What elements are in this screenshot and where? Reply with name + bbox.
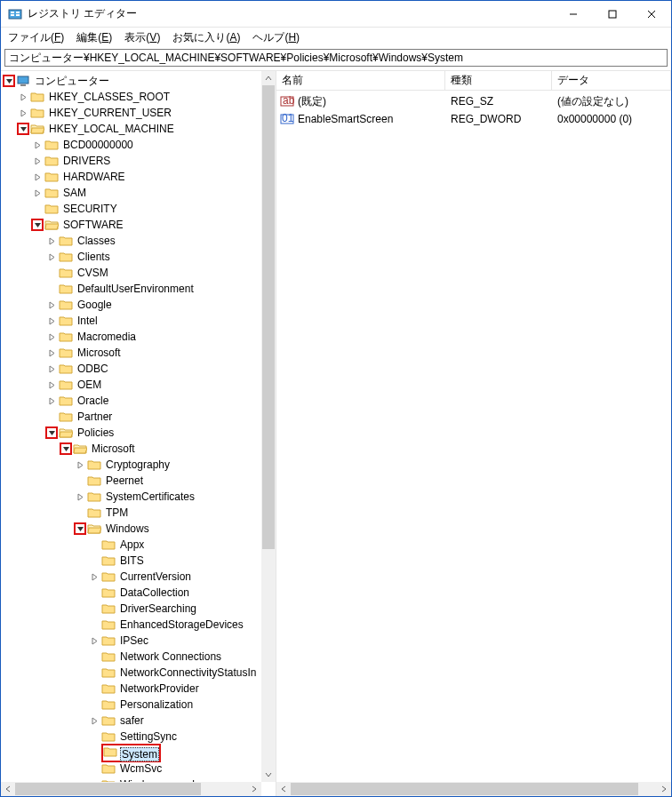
value-row[interactable]: 011EnableSmartScreenREG_DWORD0x00000000 … [276, 110, 671, 128]
minimize-button[interactable] [554, 1, 593, 28]
tree-node[interactable]: NetworkProvider [3, 681, 261, 697]
menu-edit[interactable]: 編集(E) [76, 30, 112, 45]
tree-node[interactable]: Google [3, 297, 261, 313]
scroll-left-icon[interactable] [1, 782, 15, 796]
tree-node[interactable]: HKEY_CLASSES_ROOT [3, 89, 261, 105]
chevron-down-icon[interactable] [17, 123, 29, 135]
tree-node[interactable]: HARDWARE [3, 169, 261, 185]
chevron-down-icon[interactable] [45, 426, 58, 439]
chevron-right-icon[interactable] [31, 139, 44, 151]
scroll-down-icon[interactable] [261, 768, 276, 782]
chevron-right-icon[interactable] [31, 171, 44, 183]
tree-vertical-scrollbar[interactable] [261, 71, 276, 782]
value-row[interactable]: ab(既定)REG_SZ(値の設定なし) [276, 92, 671, 110]
tree-node[interactable]: WcmSvc [3, 761, 261, 777]
address-bar[interactable]: コンピューター¥HKEY_LOCAL_MACHINE¥SOFTWARE¥Poli… [4, 49, 668, 67]
tree-node[interactable]: DataCollection [3, 585, 261, 601]
tree-node-label: SOFTWARE [61, 219, 125, 231]
tree-node[interactable]: SettingSync [3, 729, 261, 745]
menu-view[interactable]: 表示(V) [124, 30, 160, 45]
chevron-down-icon[interactable] [74, 522, 86, 535]
tree-node[interactable]: Cryptography [3, 457, 261, 473]
column-type[interactable]: 種類 [445, 71, 552, 90]
tree-node[interactable]: SystemCertificates [3, 489, 261, 505]
folder-icon [30, 123, 44, 135]
chevron-down-icon[interactable] [3, 75, 15, 87]
tree-node[interactable]: Windows [3, 521, 261, 537]
chevron-down-icon[interactable] [31, 219, 44, 231]
registry-tree[interactable]: コンピューターHKEY_CLASSES_ROOTHKEY_CURRENT_USE… [1, 71, 261, 782]
chevron-right-icon[interactable] [45, 395, 58, 407]
tree-horizontal-scrollbar[interactable] [1, 782, 261, 796]
tree-node[interactable]: DRIVERS [3, 153, 261, 169]
tree-node[interactable]: DefaultUserEnvironment [3, 281, 261, 297]
folder-icon [44, 155, 59, 167]
scroll-left-icon[interactable] [276, 782, 291, 796]
column-name[interactable]: 名前 [276, 71, 445, 90]
value-list-header[interactable]: 名前 種類 データ [276, 71, 671, 91]
chevron-right-icon[interactable] [45, 251, 58, 263]
tree-node[interactable]: ODBC [3, 361, 261, 377]
tree-node[interactable]: DriverSearching [3, 601, 261, 617]
tree-node[interactable]: Classes [3, 233, 261, 249]
tree-node[interactable]: Intel [3, 313, 261, 329]
tree-node[interactable]: SECURITY [3, 201, 261, 217]
menu-help[interactable]: ヘルプ(H) [252, 30, 300, 45]
tree-node[interactable]: Partner [3, 409, 261, 425]
tree-node[interactable]: Appx [3, 537, 261, 553]
value-horizontal-scrollbar[interactable] [276, 782, 671, 796]
value-list[interactable]: ab(既定)REG_SZ(値の設定なし)011EnableSmartScreen… [276, 91, 671, 128]
chevron-right-icon[interactable] [88, 570, 100, 583]
tree-node[interactable]: Network Connections [3, 649, 261, 665]
tree-node[interactable]: safer [3, 713, 261, 729]
tree-node-label: NetworkConnectivityStatusIn [118, 666, 258, 679]
tree-node[interactable]: Macromedia [3, 329, 261, 345]
chevron-right-icon[interactable] [45, 235, 58, 247]
tree-node[interactable]: OEM [3, 377, 261, 393]
tree-node[interactable]: System [3, 745, 261, 761]
menu-file[interactable]: ファイル(F) [8, 30, 64, 45]
tree-node[interactable]: TPM [3, 505, 261, 521]
chevron-right-icon[interactable] [74, 458, 86, 471]
chevron-right-icon[interactable] [45, 379, 58, 391]
chevron-right-icon[interactable] [31, 155, 44, 167]
menu-favorites[interactable]: お気に入り(A) [172, 30, 240, 45]
tree-node[interactable]: コンピューター [3, 73, 261, 89]
tree-node[interactable]: CVSM [3, 265, 261, 281]
scroll-right-icon[interactable] [657, 782, 671, 796]
tree-node[interactable]: Microsoft [3, 345, 261, 361]
chevron-down-icon[interactable] [60, 442, 72, 455]
tree-node[interactable]: Peernet [3, 473, 261, 489]
column-data[interactable]: データ [552, 71, 671, 90]
tree-node[interactable]: HKEY_LOCAL_MACHINE [3, 121, 261, 137]
tree-node[interactable]: BCD00000000 [3, 137, 261, 153]
tree-node[interactable]: NetworkConnectivityStatusIn [3, 665, 261, 681]
chevron-right-icon[interactable] [45, 331, 58, 343]
chevron-right-icon[interactable] [45, 347, 58, 359]
close-button[interactable] [632, 1, 671, 28]
scroll-up-icon[interactable] [261, 71, 276, 85]
chevron-right-icon[interactable] [31, 187, 44, 199]
chevron-right-icon[interactable] [45, 363, 58, 375]
tree-node[interactable]: Oracle [3, 393, 261, 409]
maximize-button[interactable] [593, 1, 632, 28]
chevron-right-icon[interactable] [45, 315, 58, 327]
chevron-right-icon[interactable] [45, 299, 58, 311]
tree-node[interactable]: Clients [3, 249, 261, 265]
tree-node[interactable]: HKEY_CURRENT_USER [3, 105, 261, 121]
tree-node[interactable]: SAM [3, 185, 261, 201]
tree-node[interactable]: Policies [3, 425, 261, 441]
chevron-right-icon[interactable] [17, 91, 29, 103]
tree-node[interactable]: Personalization [3, 697, 261, 713]
tree-node[interactable]: CurrentVersion [3, 569, 261, 585]
chevron-right-icon[interactable] [17, 107, 29, 119]
tree-node[interactable]: BITS [3, 553, 261, 569]
chevron-right-icon[interactable] [88, 714, 100, 727]
tree-node[interactable]: Microsoft [3, 441, 261, 457]
scroll-right-icon[interactable] [247, 782, 261, 796]
chevron-right-icon[interactable] [88, 634, 100, 647]
chevron-right-icon[interactable] [74, 490, 86, 503]
tree-node[interactable]: IPSec [3, 633, 261, 649]
tree-node[interactable]: SOFTWARE [3, 217, 261, 233]
tree-node[interactable]: EnhancedStorageDevices [3, 617, 261, 633]
